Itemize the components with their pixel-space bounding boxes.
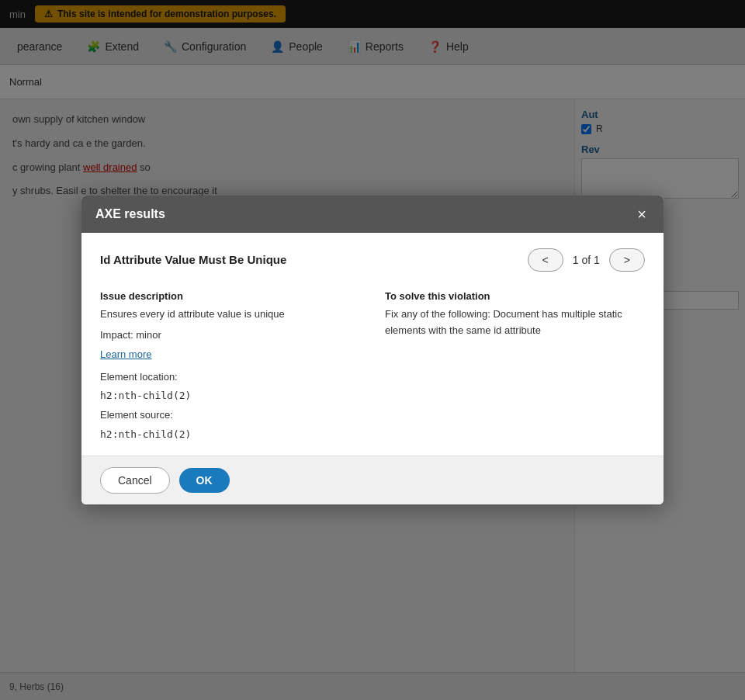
cancel-button[interactable]: Cancel [100, 467, 170, 494]
next-button[interactable]: > [609, 248, 645, 272]
element-source-value: h2:nth-child(2) [100, 428, 360, 440]
ok-button[interactable]: OK [179, 468, 230, 493]
issue-nav-row: Id Attribute Value Must Be Unique < 1 of… [100, 248, 645, 272]
pagination-controls: < 1 of 1 > [528, 248, 645, 272]
modal-header: AXE results × [81, 196, 664, 233]
issue-desc-text: Ensures every id attribute value is uniq… [100, 307, 360, 323]
axe-results-modal: AXE results × Id Attribute Value Must Be… [81, 196, 664, 504]
issue-details: Issue description Ensures every id attri… [100, 290, 645, 440]
modal-title: AXE results [95, 207, 165, 221]
modal-overlay: AXE results × Id Attribute Value Must Be… [0, 0, 745, 700]
modal-body: Id Attribute Value Must Be Unique < 1 of… [81, 233, 664, 456]
modal-close-button[interactable]: × [634, 206, 650, 222]
element-source-label: Element source: [100, 407, 360, 424]
solve-text: Fix any of the following: Document has m… [385, 307, 645, 339]
solve-label: To solve this violation [385, 290, 645, 302]
element-location-value: h2:nth-child(2) [100, 390, 360, 401]
element-location-label: Element location: [100, 369, 360, 386]
learn-more-link[interactable]: Learn more [100, 348, 360, 360]
prev-button[interactable]: < [528, 248, 563, 272]
right-column: To solve this violation Fix any of the f… [385, 290, 645, 440]
impact-text: Impact: minor [100, 327, 360, 344]
modal-footer: Cancel OK [81, 456, 664, 504]
issue-title: Id Attribute Value Must Be Unique [100, 253, 286, 266]
page-indicator: 1 of 1 [573, 254, 600, 266]
issue-desc-label: Issue description [100, 290, 360, 302]
left-column: Issue description Ensures every id attri… [100, 290, 360, 440]
